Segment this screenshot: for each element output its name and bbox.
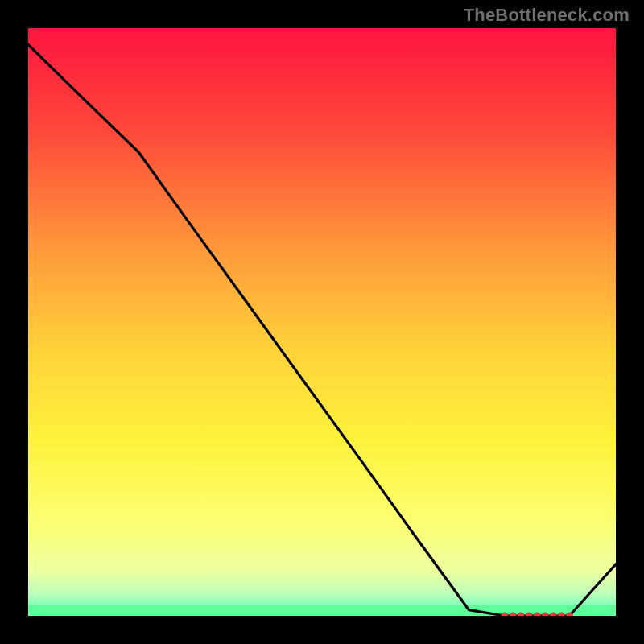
plot-area <box>28 28 616 616</box>
chart-frame: TheBottleneck.com <box>0 0 644 644</box>
gradient-background <box>28 28 616 616</box>
chart-svg <box>28 28 616 616</box>
watermark-text: TheBottleneck.com <box>464 5 630 26</box>
flat-region-markers <box>502 613 573 616</box>
